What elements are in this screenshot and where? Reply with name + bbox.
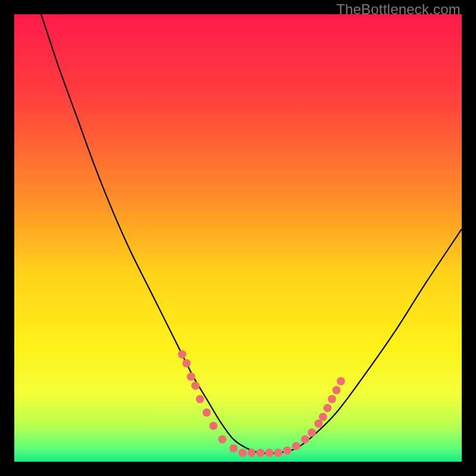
highlight-dot	[323, 404, 331, 412]
bottleneck-chart	[14, 14, 462, 462]
highlight-dot	[183, 359, 191, 368]
chart-background	[14, 14, 462, 462]
highlight-dot	[187, 372, 195, 381]
highlight-dot	[328, 395, 336, 403]
highlight-dot	[292, 442, 300, 450]
highlight-dot	[196, 395, 204, 403]
highlight-dot	[332, 386, 340, 394]
highlight-dot	[301, 435, 309, 443]
highlight-dot	[202, 408, 211, 416]
highlight-dot	[209, 422, 218, 430]
highlight-dot	[256, 449, 265, 457]
highlight-dot	[229, 444, 237, 452]
highlight-dot	[274, 449, 283, 457]
highlight-dot	[192, 381, 200, 390]
highlight-dot	[218, 435, 227, 443]
highlight-dot	[319, 413, 327, 421]
highlight-dot	[265, 449, 274, 457]
highlight-dot	[239, 449, 247, 457]
highlight-dot	[248, 449, 256, 457]
highlight-dot	[337, 377, 345, 386]
highlight-dot	[178, 350, 186, 359]
highlight-dot	[308, 428, 316, 437]
highlight-dot	[283, 446, 292, 455]
chart-frame	[14, 14, 462, 462]
